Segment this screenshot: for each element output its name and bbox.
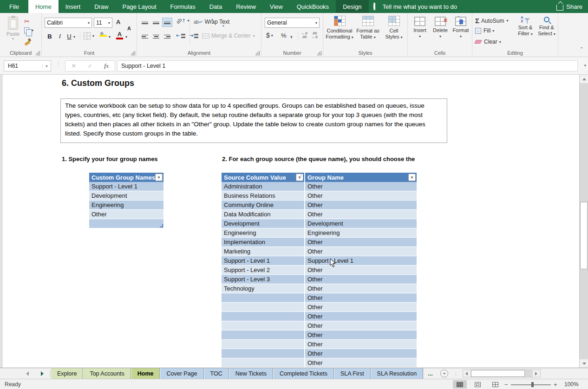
font-dialog-launcher[interactable] <box>131 51 135 55</box>
mapping-row[interactable]: EngineeringEngineering <box>222 228 418 238</box>
vertical-scrollbar[interactable] <box>579 75 588 368</box>
mapping-row[interactable]: Business RelationsOther <box>222 191 418 201</box>
fill-button[interactable]: ↓ Fill ▾ <box>475 27 494 34</box>
ribbon-tab-page-layout[interactable]: Page Layout <box>116 0 163 13</box>
format-painter-button[interactable] <box>24 39 31 45</box>
formula-input[interactable]: Support - Level 1 <box>117 60 578 71</box>
clipboard-dialog-launcher[interactable] <box>36 51 40 55</box>
percent-button[interactable]: % <box>281 32 287 39</box>
source-cell[interactable]: Support - Level 1 <box>222 256 305 265</box>
ribbon-tab-formulas[interactable]: Formulas <box>163 0 203 13</box>
source-cell[interactable] <box>222 358 305 367</box>
scroll-up-button[interactable] <box>580 75 588 83</box>
filter-dropdown-icon[interactable]: ▼ <box>155 174 163 181</box>
table-resize-handle[interactable] <box>160 224 163 227</box>
source-cell[interactable] <box>222 349 305 358</box>
mapping-row[interactable]: Support - Level 1Support - Level 1 <box>222 256 418 266</box>
sheet-tab-new-tickets[interactable]: New Tickets <box>229 368 273 379</box>
font-size-select[interactable]: 11▾ <box>94 18 112 28</box>
mapping-row[interactable]: Community OnlineOther <box>222 201 418 210</box>
font-name-select[interactable]: Calibri▾ <box>45 18 92 28</box>
borders-button[interactable]: ▾ <box>84 32 94 39</box>
worksheet[interactable]: 6. Custom Groups The service workbook ca… <box>0 75 579 368</box>
insert-cells-button[interactable]: ← Insert ▾ <box>411 17 429 39</box>
sheet-tab-sla-first[interactable]: SLA First <box>334 368 371 379</box>
underline-dropdown-icon[interactable]: ▾ <box>73 35 75 39</box>
sheet-tab-completed-tickets[interactable]: Completed Tickets <box>273 368 334 379</box>
source-cell[interactable] <box>222 321 305 330</box>
number-format-select[interactable]: General▾ <box>265 18 320 28</box>
mapping-row[interactable]: Support - Level 2Other <box>222 266 418 275</box>
zoom-out-button[interactable]: − <box>504 381 508 388</box>
ribbon-tab-quickbooks[interactable]: QuickBooks <box>290 0 336 13</box>
source-cell[interactable] <box>222 331 305 339</box>
group-cell[interactable]: Other <box>305 201 417 209</box>
group-cell[interactable]: Other <box>305 303 417 311</box>
alignment-dialog-launcher[interactable] <box>255 51 260 55</box>
group-name-row[interactable] <box>89 219 163 228</box>
sheet-tab-toc[interactable]: TOC <box>204 368 229 379</box>
group-cell[interactable]: Other <box>305 210 417 219</box>
decrease-decimal-button[interactable]: .00→.0 <box>311 32 318 39</box>
middle-align-button[interactable] <box>151 18 161 27</box>
group-cell[interactable]: Development <box>305 219 417 228</box>
wrap-text-button[interactable]: ab↵ Wrap Text <box>194 19 229 25</box>
group-cell[interactable]: Support - Level 1 <box>305 256 417 265</box>
autosum-button[interactable]: Σ AutoSum ▾ <box>475 17 508 25</box>
sheet-tab-home[interactable]: Home <box>131 368 160 379</box>
decrease-indent-button[interactable]: ⇤ <box>176 32 185 39</box>
mapping-row[interactable]: DevelopmentDevelopment <box>222 219 418 228</box>
source-cell[interactable]: Implementation <box>222 238 305 246</box>
sort-filter-button[interactable]: AZ Sort & Filter ▾ <box>515 16 536 37</box>
scroll-down-button[interactable] <box>580 359 588 368</box>
group-cell[interactable]: Other <box>305 358 417 367</box>
mapping-row[interactable]: Other <box>222 358 418 368</box>
normal-view-button[interactable] <box>453 380 467 389</box>
mapping-row[interactable]: AdministrationOther <box>222 182 418 191</box>
group-name-row[interactable]: Other <box>89 210 163 219</box>
comma-button[interactable]: , <box>290 31 292 39</box>
page-break-view-button[interactable] <box>488 380 502 389</box>
name-box[interactable]: H61 ▾ <box>4 60 51 71</box>
increase-indent-button[interactable]: ⇥ <box>189 32 198 39</box>
delete-cells-button[interactable]: ✕ Delete ▾ <box>431 17 450 39</box>
clear-button[interactable]: Clear ▾ <box>475 39 501 45</box>
share-button[interactable]: Share <box>556 0 582 13</box>
mapping-row[interactable]: TechnologyOther <box>222 284 418 293</box>
ribbon-tab-home[interactable]: Home <box>28 0 59 13</box>
cancel-icon[interactable]: ✕ <box>72 63 76 69</box>
source-cell[interactable] <box>222 303 305 311</box>
top-align-button[interactable] <box>140 18 150 27</box>
number-dialog-launcher[interactable] <box>317 51 321 55</box>
source-cell[interactable]: Engineering <box>222 228 305 237</box>
orientation-button[interactable]: ab↗▾ <box>176 18 189 24</box>
more-sheets-button[interactable]: ... <box>423 368 438 379</box>
source-cell[interactable]: Development <box>222 219 305 228</box>
italic-button[interactable]: I <box>56 32 64 41</box>
font-color-button[interactable]: A <box>116 31 123 39</box>
ribbon-tab-insert[interactable]: Insert <box>59 0 88 13</box>
copy-button[interactable]: ▾ <box>24 27 33 33</box>
tabbar-splitter[interactable]: ⋮ <box>454 373 458 375</box>
mapping-row[interactable]: Other <box>222 321 418 331</box>
paste-button[interactable]: Paste ▾ <box>5 17 21 41</box>
cut-button[interactable]: ✂ <box>24 18 30 25</box>
group-name-row[interactable]: Support - Level 1 <box>89 182 163 191</box>
bold-button[interactable]: B <box>46 32 54 41</box>
mapping-row[interactable]: Other <box>222 340 418 349</box>
group-cell[interactable]: Other <box>305 191 417 200</box>
group-cell[interactable]: Other <box>305 182 417 191</box>
group-cell[interactable]: Other <box>305 293 417 302</box>
format-as-table-button[interactable]: Format as Table ▾ <box>355 16 381 40</box>
zoom-slider-thumb[interactable] <box>531 382 534 387</box>
page-layout-view-button[interactable] <box>470 380 484 389</box>
mapping-row[interactable]: MarketingOther <box>222 247 418 256</box>
mapping-row[interactable]: Other <box>222 331 418 340</box>
source-cell[interactable]: Technology <box>222 284 305 293</box>
source-cell[interactable] <box>222 293 305 302</box>
group-name-row[interactable]: Engineering <box>89 201 163 210</box>
mapping-row[interactable]: Support - Level 3Other <box>222 275 418 284</box>
group-cell[interactable]: Other <box>305 284 417 293</box>
source-cell[interactable] <box>222 312 305 321</box>
ribbon-tab-draw[interactable]: Draw <box>87 0 115 13</box>
